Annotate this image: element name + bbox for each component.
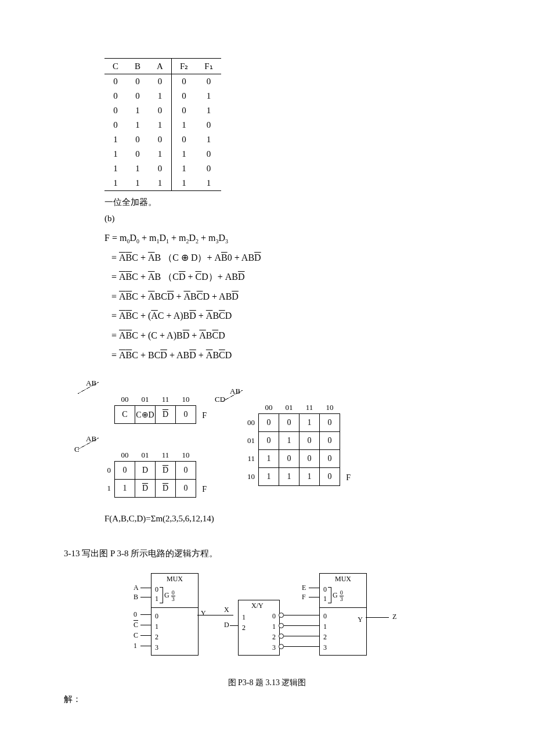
table-cell: 0 <box>149 161 171 176</box>
table-cell: 0 <box>127 132 149 147</box>
th-c: C <box>104 59 127 74</box>
table-cell: 1 <box>196 89 221 103</box>
table-cell: 1 <box>104 132 127 147</box>
answer-label: 解： <box>64 694 476 705</box>
table-cell: 1 <box>196 103 221 118</box>
th-a: A <box>149 59 171 74</box>
table-cell: 1 <box>171 161 196 176</box>
table-cell: 1 <box>171 176 196 191</box>
table-cell: 1 <box>149 118 171 132</box>
table-cell: 0 <box>149 132 171 147</box>
th-f1: F₁ <box>196 59 221 74</box>
table-cell: 1 <box>127 176 149 191</box>
table-cell: 1 <box>171 147 196 161</box>
table-cell: 0 <box>104 103 127 118</box>
table-cell: 0 <box>104 118 127 132</box>
table-cell: 0 <box>127 74 149 89</box>
table-cell: 0 <box>196 147 221 161</box>
decoder-block: X/Y 1 2 0 1 2 3 <box>238 600 280 656</box>
th-f2: F₂ <box>171 59 196 74</box>
table-cell: 1 <box>149 147 171 161</box>
table-cell: 0 <box>104 89 127 103</box>
table-cell: 0 <box>196 74 221 89</box>
eq-line-6: = ABC + (C + A)BD + ABCD <box>104 326 476 345</box>
eq-line-1: F = m0D0 + m1D1 + m2D2 + m3D3 <box>104 228 476 248</box>
table-cell: 0 <box>149 103 171 118</box>
table-cell: 1 <box>171 118 196 132</box>
table-cell: 1 <box>127 103 149 118</box>
part-b-label: (b) <box>104 214 476 224</box>
table-cell: 1 <box>104 161 127 176</box>
kmap-2: AB C 00 01 11 10 0 0 D D 0 1 1 <box>75 437 196 498</box>
table-cell: 1 <box>104 176 127 191</box>
table-cell: 1 <box>149 176 171 191</box>
problem-3-13: 3-13 写出图 P 3-8 所示电路的逻辑方程。 <box>64 548 476 559</box>
table-cell: 0 <box>196 118 221 132</box>
mux1-block: MUX 0 1 G 03 0 1 2 3 <box>151 573 199 656</box>
eq-line-5: = ABC + (AC + A)BD + ABCD <box>104 306 476 326</box>
equation-block: F = m0D0 + m1D1 + m2D2 + m3D3 = ABC + AB… <box>104 228 476 365</box>
kmaps-row: AB 00 01 11 10 C C⊕D D 0 F <box>75 381 476 498</box>
table-cell: 1 <box>196 132 221 147</box>
eq-line-4: = ABC + ABCD + ABCD + ABD <box>104 287 476 307</box>
table-cell: 0 <box>196 161 221 176</box>
table-cell: 0 <box>171 132 196 147</box>
mux2-block: MUX 0 1 G 03 0 1 2 3 Y <box>319 573 367 656</box>
table-cell: 0 <box>104 74 127 89</box>
table-cell: 1 <box>104 147 127 161</box>
table-cell: 1 <box>149 89 171 103</box>
table-cell: 0 <box>171 89 196 103</box>
truth-table: C B A F₂ F₁ 0000000101010010111010001101… <box>104 58 221 191</box>
table-cell: 1 <box>127 161 149 176</box>
table-cell: 1 <box>196 176 221 191</box>
table-cell: 1 <box>127 118 149 132</box>
table-cell: 0 <box>171 74 196 89</box>
circuit-diagram: MUX 0 1 G 03 0 1 2 3 A B 0 C C 1 Y X X/Y… <box>116 567 418 672</box>
minterm-sum: F(A,B,C,D)=Σm(2,3,5,6,12,14) <box>104 514 476 524</box>
kmap-3: AB CD 00 01 11 10 00 0 0 1 0 01 0 1 0 0 … <box>219 389 340 486</box>
eq-line-2: = ABC + AB （C ⊕ D）+ AB0 + ABD <box>104 248 476 268</box>
eq-line-7: = ABC + BCD + ABD + ABCD <box>104 345 476 365</box>
table-cell: 0 <box>149 74 171 89</box>
eq-line-3: = ABC + AB （CD + CD）+ ABD <box>104 267 476 287</box>
table-cell: 0 <box>127 89 149 103</box>
full-adder-text: 一位全加器。 <box>104 197 476 208</box>
th-b: B <box>127 59 149 74</box>
table-cell: 0 <box>127 147 149 161</box>
kmap-1: AB 00 01 11 10 C C⊕D D 0 F <box>75 381 196 424</box>
figure-caption: 图 P3-8 题 3.13 逻辑图 <box>58 678 476 688</box>
table-cell: 0 <box>171 103 196 118</box>
